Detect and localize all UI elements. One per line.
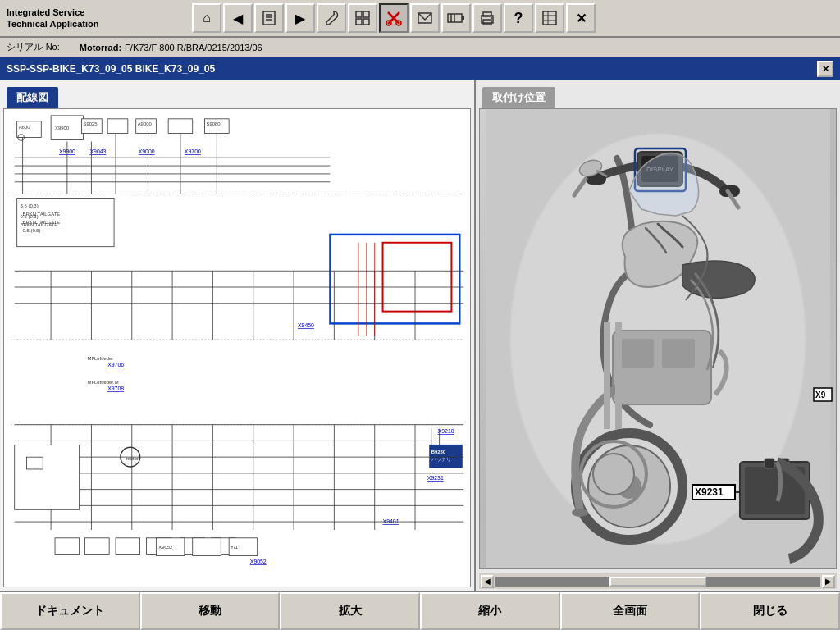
svg-point-20: [491, 17, 492, 19]
svg-point-168: [593, 454, 634, 495]
main-content: 配線図 .comp-box { fill: white; stroke: #33…: [0, 80, 840, 591]
svg-text:0.5 (0.3): 0.5 (0.3): [21, 214, 39, 219]
svg-text:X9210: X9210: [438, 428, 454, 434]
svg-rect-156: [662, 339, 695, 368]
serial-label: シリアル-No:: [7, 41, 60, 53]
svg-rect-6: [356, 19, 362, 25]
zoom-in-button[interactable]: 拡大: [280, 592, 420, 630]
svg-text:X9401: X9401: [383, 518, 399, 524]
toolbar: ⌂ ◀ ▶ ?: [192, 3, 837, 33]
svg-rect-155: [621, 339, 654, 368]
svg-rect-18: [483, 12, 491, 16]
svg-text:X9700: X9700: [185, 148, 201, 154]
info-bar: シリアル-No: Motorrad: F/K73/F 800 R/BRA/021…: [0, 38, 840, 57]
right-scrollbar: ◀ ▶: [479, 573, 837, 589]
svg-text:Y/1: Y/1: [231, 545, 238, 550]
svg-text:0.5 (0.5): 0.5 (0.5): [23, 228, 41, 233]
svg-rect-160: [765, 459, 774, 468]
svg-rect-4: [356, 11, 362, 17]
svg-text:X9043: X9043: [89, 148, 106, 154]
svg-rect-0: [263, 11, 275, 25]
scroll-right-button[interactable]: ▶: [822, 575, 835, 588]
svg-text:3.5 (0.3): 3.5 (0.3): [21, 203, 39, 208]
svg-rect-40: [168, 119, 193, 134]
help-button[interactable]: ?: [504, 3, 533, 33]
svg-rect-135: [27, 457, 43, 469]
fullscreen-button[interactable]: 全画面: [560, 592, 701, 630]
print-button[interactable]: [472, 3, 502, 33]
svg-text:X9450: X9450: [298, 322, 314, 328]
svg-text:バッテリー: バッテリー: [431, 457, 456, 462]
svg-rect-5: [363, 11, 369, 17]
svg-text:BRKN TAILGATE: BRKN TAILGATE: [21, 222, 58, 227]
forward-button[interactable]: ▶: [285, 3, 315, 33]
svg-rect-33: [330, 235, 459, 324]
svg-rect-19: [483, 20, 491, 24]
svg-text:X9231: X9231: [427, 475, 444, 481]
close-button[interactable]: 閉じる: [700, 592, 840, 630]
left-panel: 配線図 .comp-box { fill: white; stroke: #33…: [0, 80, 476, 591]
wrench-button[interactable]: [317, 3, 346, 33]
svg-text:S9080: S9080: [207, 121, 221, 126]
svg-rect-120: [85, 538, 110, 555]
svg-text:MFLuftfeder: MFLuftfeder: [88, 356, 114, 361]
bottom-bar: ドキュメント 移動 拡大 縮小 全画面 閉じる: [0, 591, 840, 630]
back-button[interactable]: ◀: [223, 3, 253, 33]
svg-text:X9706: X9706: [107, 362, 124, 368]
header: Integrated Service Technical Application…: [0, 0, 840, 38]
scroll-thumb[interactable]: [609, 577, 707, 587]
svg-point-157: [572, 509, 588, 517]
wiring-diagram-tab[interactable]: 配線図: [7, 87, 58, 108]
svg-text:A600: A600: [19, 125, 31, 130]
svg-rect-21: [543, 11, 556, 25]
title-bar: SSP-SSP-BIKE_K73_09_05 BIKE_K73_09_05 ✕: [0, 57, 840, 80]
svg-text:X9052: X9052: [250, 559, 267, 564]
scissors-button[interactable]: [379, 3, 409, 33]
motorrad-label: Motorrad:: [80, 43, 121, 52]
app-title: Integrated Service Technical Application: [3, 7, 192, 30]
battery-button[interactable]: [441, 3, 471, 33]
document-button[interactable]: ドキュメント: [0, 592, 140, 630]
document-list-button[interactable]: [254, 3, 284, 33]
svg-rect-134: [15, 445, 80, 509]
scroll-left-button[interactable]: ◀: [481, 575, 494, 588]
svg-text:X9: X9: [815, 390, 826, 399]
svg-text:A9000: A9000: [138, 121, 153, 126]
svg-text:X9900: X9900: [55, 126, 70, 130]
svg-rect-138: [193, 538, 221, 556]
email-button[interactable]: [410, 3, 440, 33]
zoom-out-button[interactable]: 縮小: [420, 592, 560, 630]
home-button[interactable]: ⌂: [192, 3, 221, 33]
svg-rect-121: [116, 538, 140, 555]
list-view-button[interactable]: [535, 3, 564, 33]
svg-rect-7: [363, 19, 369, 25]
location-image-area[interactable]: DISPLAY: [479, 108, 837, 569]
svg-rect-119: [55, 538, 80, 555]
svg-text:S9025: S9025: [84, 121, 98, 126]
svg-text:X9231: X9231: [695, 486, 724, 498]
svg-text:B9230: B9230: [431, 450, 446, 454]
wiring-diagram-area[interactable]: .comp-box { fill: white; stroke: #333; s…: [3, 108, 471, 587]
move-button[interactable]: 移動: [140, 592, 281, 630]
svg-rect-34: [383, 243, 452, 312]
svg-text:motor: motor: [126, 456, 139, 461]
scroll-track[interactable]: [495, 577, 820, 587]
svg-text:MFLuftfeder.M: MFLuftfeder.M: [88, 380, 119, 385]
svg-rect-14: [462, 16, 464, 20]
svg-text:X9052: X9052: [158, 545, 172, 550]
close-app-button[interactable]: ✕: [566, 3, 596, 33]
location-tab[interactable]: 取付け位置: [482, 87, 555, 108]
title-close-button[interactable]: ✕: [817, 61, 833, 77]
document-title: SSP-SSP-BIKE_K73_09_05 BIKE_K73_09_05: [7, 63, 215, 75]
right-panel: 取付け位置: [476, 80, 840, 591]
svg-text:X9708: X9708: [107, 386, 124, 391]
layout-button[interactable]: [348, 3, 377, 33]
svg-text:X9000: X9000: [139, 148, 155, 154]
motorrad-value: F/K73/F 800 R/BRA/0215/2013/06: [125, 43, 262, 52]
svg-rect-37: [107, 119, 128, 134]
